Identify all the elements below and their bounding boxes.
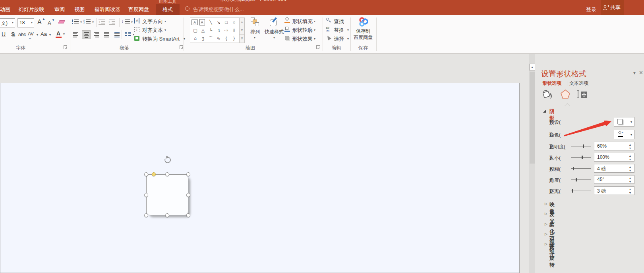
numbering-button[interactable]: 123▾ [83, 19, 95, 26]
decrease-indent-button[interactable]: ◂ [99, 19, 107, 26]
chevron-down-icon: ▾ [131, 20, 133, 24]
ribbon-tab-2[interactable]: 幻灯片放映 [17, 4, 45, 15]
replace-button[interactable]: ab ac 替换 ▾ [326, 26, 350, 34]
save-to-baidu-button[interactable]: 保存到 百度网盘 [351, 17, 375, 43]
tell-me-box[interactable]: 告诉我您想要做什么... [184, 4, 263, 15]
clear-formatting-button[interactable] [59, 19, 66, 25]
align-right-button[interactable] [92, 30, 101, 39]
select-button[interactable]: 选择 ▾ [326, 35, 350, 43]
selection-handle[interactable] [165, 172, 169, 176]
font-name-value: 文) [1, 20, 8, 27]
strikethrough-button[interactable]: abc [18, 32, 26, 37]
gallery-scroll-down-button[interactable]: ▼ [240, 26, 244, 34]
arc-icon[interactable]: ⌒ [207, 35, 215, 42]
drawing-dialog-launcher[interactable] [316, 45, 320, 49]
align-text-button[interactable]: ↕ 对齐文本 ▾ [134, 26, 182, 34]
share-button[interactable]: 共享 [601, 0, 624, 15]
icon-line [101, 23, 105, 23]
selection-handle[interactable] [186, 193, 190, 197]
shape-fill-button[interactable]: 形状填充 ▾ [284, 18, 323, 25]
collapsed-sections: ▷映像▷发光▷柔化边缘▷三维格式▷三维旋转 [520, 54, 644, 273]
down-arrow-icon[interactable]: ⇩ [230, 27, 238, 34]
icon-line [104, 35, 109, 36]
icon-line [73, 35, 78, 36]
underline-button[interactable]: U [2, 31, 6, 37]
ribbon-tab-1[interactable]: 动画 [0, 4, 12, 15]
distribute-button[interactable] [113, 30, 122, 39]
shape-effects-button[interactable]: 形状效果 ▾ [284, 35, 323, 43]
icon-line [125, 35, 127, 36]
freeform-icon[interactable]: ⌂ [191, 35, 199, 42]
gallery-more-button[interactable]: ⊽ [240, 34, 244, 42]
increase-indent-button[interactable]: ▸ [109, 19, 118, 26]
icon-line [114, 35, 120, 36]
text-shadow-button[interactable]: S [11, 31, 15, 37]
shape-outline-button[interactable]: 形状轮廓 ▾ [284, 26, 323, 34]
scribble-icon[interactable]: ʒ [199, 35, 207, 42]
sign-in-button[interactable]: 登录 [583, 4, 599, 15]
align-center-button[interactable] [82, 30, 91, 39]
icon-line [128, 33, 131, 34]
rectangle-icon[interactable]: □ [222, 19, 230, 26]
left-brace-icon[interactable]: { [222, 35, 230, 42]
ribbon-tab-6[interactable]: 百度网盘 [126, 4, 152, 15]
font-name-combo[interactable]: 文) ▾ [0, 18, 15, 27]
line-spacing-button[interactable]: ↕▾ [122, 19, 133, 26]
character-spacing-button[interactable]: AV ↔ ▾ [28, 31, 39, 39]
curve-icon[interactable]: ∿ [215, 35, 222, 42]
selection-handle[interactable] [144, 172, 148, 176]
gallery-scroll-up-button[interactable]: ▲ [240, 18, 244, 26]
icon-line [86, 21, 91, 22]
justify-button[interactable] [102, 30, 111, 39]
right-arrow-icon[interactable]: ⇨ [222, 27, 230, 34]
right-brace-icon[interactable]: } [230, 35, 238, 42]
chevron-down-icon[interactable]: ▾ [12, 21, 14, 24]
font-size-combo[interactable]: 18 ▾ [17, 18, 34, 27]
adjust-handle[interactable] [152, 172, 156, 176]
selection-handle[interactable] [165, 213, 169, 217]
align-text-icon: ↕ [134, 27, 139, 32]
slide-canvas[interactable] [0, 83, 520, 273]
font-color-button[interactable]: A ▾ [56, 30, 66, 39]
chevron-down-icon: ▾ [347, 37, 349, 41]
quick-styles-button[interactable]: 快速样式 ▾ [264, 17, 284, 43]
icon-line [128, 35, 131, 36]
icon-line [84, 35, 89, 36]
tell-me-text[interactable]: 告诉我您想要做什么... [193, 6, 244, 14]
chevron-down-icon[interactable]: ▾ [31, 21, 33, 24]
paragraph-dialog-launcher[interactable] [180, 45, 183, 49]
selection-handle[interactable] [144, 193, 148, 197]
chevron-down-icon[interactable]: ▾ [63, 32, 65, 36]
shape-effects-icon [285, 36, 289, 40]
text-direction-button[interactable]: A 文字方向 ▾ [134, 18, 182, 25]
rounded-rectangle-icon[interactable]: ▢ [191, 27, 199, 34]
icon-line [104, 33, 109, 34]
ribbon-tab-5[interactable]: 福昕阅读器 [91, 4, 124, 15]
icon-line [104, 32, 109, 33]
line-icon[interactable]: ╲ [207, 19, 215, 26]
elbow-arrow-connector-icon[interactable]: ↴ [215, 27, 222, 34]
font-dialog-launcher[interactable] [64, 45, 67, 49]
selection-handle[interactable] [144, 213, 148, 217]
chevron-down-icon: ▾ [80, 20, 82, 24]
vertical-textbox-icon[interactable]: A [199, 19, 205, 25]
arrow-icon[interactable]: ↘ [215, 19, 222, 26]
oval-icon[interactable]: ○ [230, 19, 238, 26]
small-divider [122, 30, 122, 39]
textbox-icon[interactable]: A [191, 20, 198, 25]
align-left-button[interactable] [72, 30, 80, 39]
elbow-connector-icon[interactable]: └ [207, 27, 215, 34]
arrange-button[interactable]: 排列 ▾ [247, 17, 263, 43]
find-button[interactable]: 查找 [326, 18, 350, 25]
ribbon-tab-4[interactable]: 视图 [71, 4, 88, 15]
change-case-button[interactable]: Aa ▾ [41, 31, 52, 39]
selection-handle[interactable] [186, 213, 190, 217]
small-divider [119, 18, 120, 27]
bullets-button[interactable]: ▾ [72, 19, 83, 26]
selection-handle[interactable] [186, 172, 190, 176]
ribbon-tab-3[interactable]: 审阅 [51, 4, 68, 15]
convert-smartart-button[interactable]: 转换为 SmartArt ▾ [134, 35, 186, 43]
triangle-icon[interactable]: △ [199, 27, 207, 34]
ribbon-tab-7[interactable]: 格式 [156, 4, 180, 15]
rotation-handle-icon[interactable] [163, 156, 172, 164]
